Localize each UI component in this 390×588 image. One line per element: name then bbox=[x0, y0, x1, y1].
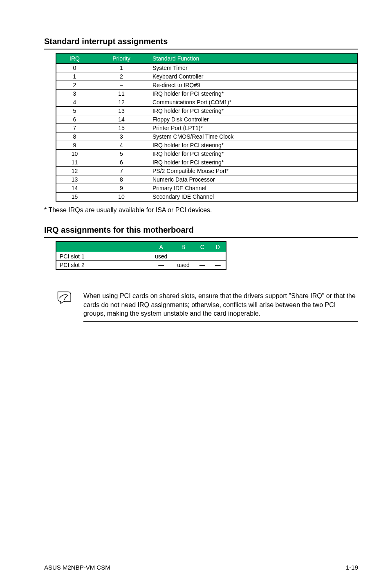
cell-priority: 12 bbox=[93, 98, 150, 107]
table-row: 311IRQ holder for PCI steering* bbox=[56, 90, 358, 98]
cell-func: IRQ holder for PCI steering* bbox=[150, 158, 358, 167]
cell-func: IRQ holder for PCI steering* bbox=[150, 90, 358, 98]
table-row: 1510Secondary IDE Channel bbox=[56, 193, 358, 202]
irq-header-row: IRQ Priority Standard Function bbox=[56, 53, 358, 64]
cell-d: — bbox=[210, 252, 226, 261]
note-text: When using PCI cards on shared slots, en… bbox=[83, 292, 358, 318]
note-icon bbox=[56, 288, 74, 307]
cell-func: IRQ holder for PCI steering* bbox=[150, 141, 358, 150]
section2-title: IRQ assignments for this motherboard bbox=[44, 225, 358, 235]
cell-irq: 10 bbox=[56, 150, 93, 158]
cell-func: PS/2 Compatible Mouse Port* bbox=[150, 167, 358, 175]
th-priority: Priority bbox=[93, 53, 150, 64]
table-row: 149Primary IDE Channel bbox=[56, 184, 358, 193]
page-footer: ASUS M2NBP-VM CSM 1-19 bbox=[44, 564, 358, 571]
note-rule-top bbox=[83, 288, 358, 288]
cell-func: Primary IDE Channel bbox=[150, 184, 358, 193]
cell-priority: 8 bbox=[93, 175, 150, 184]
cell-d: — bbox=[210, 261, 226, 270]
cell-priority: 5 bbox=[93, 150, 150, 158]
cell-priority: – bbox=[93, 81, 150, 90]
table-row: 127PS/2 Compatible Mouse Port* bbox=[56, 167, 358, 175]
cell-c: — bbox=[195, 261, 210, 270]
cell-irq: 9 bbox=[56, 141, 93, 150]
cell-label: PCI slot 1 bbox=[56, 252, 150, 261]
section2-rule bbox=[44, 237, 358, 238]
cell-priority: 10 bbox=[93, 193, 150, 202]
cell-irq: 13 bbox=[56, 175, 93, 184]
cell-a: used bbox=[150, 252, 172, 261]
th-func: Standard Function bbox=[150, 53, 358, 64]
table-row: 614Floppy Disk Controller bbox=[56, 115, 358, 124]
cell-func: Numeric Data Processor bbox=[150, 175, 358, 184]
section1-title: Standard interrupt assignments bbox=[44, 37, 358, 46]
cell-func: Secondary IDE Channel bbox=[150, 193, 358, 202]
table-row: 12Keyboard Controller bbox=[56, 72, 358, 81]
cell-irq: 12 bbox=[56, 167, 93, 175]
cell-priority: 3 bbox=[93, 132, 150, 141]
footer-right: 1-19 bbox=[346, 564, 358, 571]
th-b: B bbox=[172, 242, 194, 252]
table-row: 138Numeric Data Processor bbox=[56, 175, 358, 184]
note-block: When using PCI cards on shared slots, en… bbox=[56, 288, 358, 322]
th-c: C bbox=[195, 242, 210, 252]
th-d: D bbox=[210, 242, 226, 252]
th-blank bbox=[56, 242, 150, 252]
cell-irq: 0 bbox=[56, 64, 93, 72]
table-row: PCI slot 2 — used — — bbox=[56, 261, 226, 270]
table-row: 94IRQ holder for PCI steering* bbox=[56, 141, 358, 150]
cell-func: System Timer bbox=[150, 64, 358, 72]
th-irq: IRQ bbox=[56, 53, 93, 64]
table-row: 01System Timer bbox=[56, 64, 358, 72]
cell-irq: 14 bbox=[56, 184, 93, 193]
note-text-wrap: When using PCI cards on shared slots, en… bbox=[83, 288, 358, 322]
cell-priority: 6 bbox=[93, 158, 150, 167]
cell-priority: 2 bbox=[93, 72, 150, 81]
table-row: 513IRQ holder for PCI steering* bbox=[56, 107, 358, 115]
cell-priority: 1 bbox=[93, 64, 150, 72]
cell-func: Re-direct to IRQ#9 bbox=[150, 81, 358, 90]
cell-priority: 15 bbox=[93, 124, 150, 132]
footer-left: ASUS M2NBP-VM CSM bbox=[44, 564, 110, 571]
cell-priority: 11 bbox=[93, 90, 150, 98]
cell-irq: 7 bbox=[56, 124, 93, 132]
th-a: A bbox=[150, 242, 172, 252]
irq-tbody: 01System Timer 12Keyboard Controller 2–R… bbox=[56, 64, 358, 202]
table-row: PCI slot 1 used — — — bbox=[56, 252, 226, 261]
table-row: 83System CMOS/Real Time Clock bbox=[56, 132, 358, 141]
cell-irq: 11 bbox=[56, 158, 93, 167]
cell-irq: 1 bbox=[56, 72, 93, 81]
cell-irq: 4 bbox=[56, 98, 93, 107]
cell-label: PCI slot 2 bbox=[56, 261, 150, 270]
cell-priority: 13 bbox=[93, 107, 150, 115]
table-row: 412Communications Port (COM1)* bbox=[56, 98, 358, 107]
table-row: 105IRQ holder for PCI steering* bbox=[56, 150, 358, 158]
cell-priority: 7 bbox=[93, 167, 150, 175]
cell-func: Printer Port (LPT1)* bbox=[150, 124, 358, 132]
cell-irq: 8 bbox=[56, 132, 93, 141]
table-row: 2–Re-direct to IRQ#9 bbox=[56, 81, 358, 90]
cell-irq: 6 bbox=[56, 115, 93, 124]
cell-c: — bbox=[195, 252, 210, 261]
cell-func: System CMOS/Real Time Clock bbox=[150, 132, 358, 141]
cell-func: Communications Port (COM1)* bbox=[150, 98, 358, 107]
cell-func: IRQ holder for PCI steering* bbox=[150, 107, 358, 115]
cell-irq: 15 bbox=[56, 193, 93, 202]
cell-b: used bbox=[172, 261, 194, 270]
table-row: 715Printer Port (LPT1)* bbox=[56, 124, 358, 132]
note-rule-bottom bbox=[83, 321, 358, 322]
cell-priority: 14 bbox=[93, 115, 150, 124]
cell-priority: 4 bbox=[93, 141, 150, 150]
irq-footnote: * These IRQs are usually available for I… bbox=[44, 206, 358, 214]
cell-irq: 5 bbox=[56, 107, 93, 115]
cell-func: IRQ holder for PCI steering* bbox=[150, 150, 358, 158]
assign-table: A B C D PCI slot 1 used — — — PCI slot 2… bbox=[56, 241, 226, 270]
cell-a: — bbox=[150, 261, 172, 270]
table-row: 116IRQ holder for PCI steering* bbox=[56, 158, 358, 167]
assign-header-row: A B C D bbox=[56, 242, 226, 252]
irq-table: IRQ Priority Standard Function 01System … bbox=[56, 53, 358, 202]
cell-irq: 2 bbox=[56, 81, 93, 90]
cell-func: Keyboard Controller bbox=[150, 72, 358, 81]
cell-irq: 3 bbox=[56, 90, 93, 98]
cell-priority: 9 bbox=[93, 184, 150, 193]
